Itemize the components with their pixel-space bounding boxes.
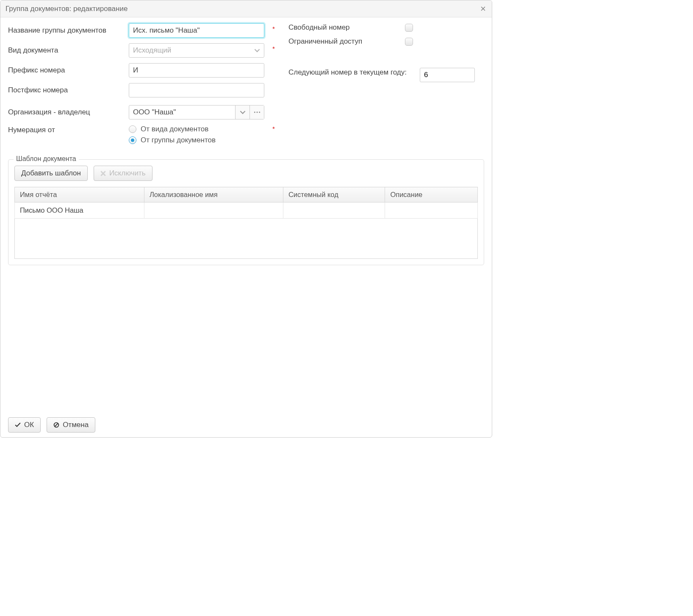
ellipsis-icon[interactable] (249, 105, 264, 119)
col-description[interactable]: Описание (385, 187, 478, 203)
required-icon: * (272, 45, 275, 52)
postfix-label: Постфикс номера (8, 86, 129, 94)
titlebar: Группа документов: редактирование (0, 0, 492, 17)
restricted-label: Ограниченный доступ (288, 37, 405, 46)
svg-point-2 (259, 112, 260, 113)
remove-template-label: Исключить (109, 169, 146, 178)
org-lookup[interactable]: ООО "Наша" (129, 105, 264, 119)
dialog-content: Название группы документов * Вид докумен… (0, 17, 492, 412)
numbering-label: Нумерация от (8, 125, 129, 134)
doc-type-value: Исходящий (133, 46, 171, 55)
cancel-button[interactable]: Отмена (47, 417, 95, 433)
table-row[interactable]: Письмо ООО Наша (15, 203, 478, 219)
col-localized[interactable]: Локализованное имя (144, 187, 283, 203)
ban-icon (53, 422, 59, 428)
numbering-by-group-radio[interactable] (129, 136, 136, 144)
template-table: Имя отчёта Локализованное имя Системный … (14, 187, 478, 259)
close-icon[interactable] (479, 5, 487, 13)
col-system-code[interactable]: Системный код (283, 187, 385, 203)
cancel-label: Отмена (63, 421, 89, 429)
col-report-name[interactable]: Имя отчёта (15, 187, 144, 203)
free-number-checkbox[interactable] (405, 24, 413, 32)
ok-button[interactable]: ОК (8, 417, 41, 433)
numbering-by-type-label: От вида документов (141, 125, 208, 133)
ok-label: ОК (24, 421, 34, 429)
required-icon: * (272, 125, 275, 132)
numbering-by-group-label: От группы документов (141, 136, 216, 144)
cell-code (283, 203, 385, 219)
chevron-down-icon[interactable] (249, 44, 264, 57)
name-label: Название группы документов (8, 26, 129, 35)
cell-desc (385, 203, 478, 219)
check-icon (15, 422, 21, 427)
prefix-label: Префикс номера (8, 66, 129, 75)
postfix-field[interactable] (129, 83, 264, 97)
remove-x-icon (100, 171, 106, 176)
cell-name: Письмо ООО Наша (15, 203, 144, 219)
chevron-down-icon[interactable] (235, 105, 249, 119)
add-template-label: Добавить шаблон (21, 169, 81, 178)
org-value: ООО "Наша" (133, 108, 176, 117)
numbering-by-type-radio[interactable] (129, 125, 136, 133)
type-label: Вид документа (8, 46, 129, 55)
template-fieldset: Шаблон документа Добавить шаблон Исключи… (8, 159, 484, 265)
name-field[interactable] (129, 23, 264, 38)
window-title: Группа документов: редактирование (6, 5, 479, 13)
svg-point-0 (254, 112, 255, 113)
dialog-footer: ОК Отмена (0, 412, 492, 437)
dialog-window: Группа документов: редактирование Назван… (0, 0, 492, 438)
cell-localized (144, 203, 283, 219)
free-number-label: Свободный номер (288, 23, 405, 32)
next-number-field[interactable] (420, 68, 475, 82)
org-label: Организация - владелец (8, 108, 129, 117)
svg-point-1 (256, 112, 258, 113)
required-icon: * (272, 25, 275, 32)
add-template-button[interactable]: Добавить шаблон (14, 166, 88, 181)
restricted-checkbox[interactable] (405, 38, 413, 46)
next-number-label: Следующий номер в текущем году: (288, 68, 420, 77)
doc-type-select[interactable]: Исходящий (129, 43, 264, 58)
prefix-field[interactable] (129, 63, 264, 78)
template-legend: Шаблон документа (14, 155, 79, 163)
remove-template-button[interactable]: Исключить (94, 166, 152, 181)
